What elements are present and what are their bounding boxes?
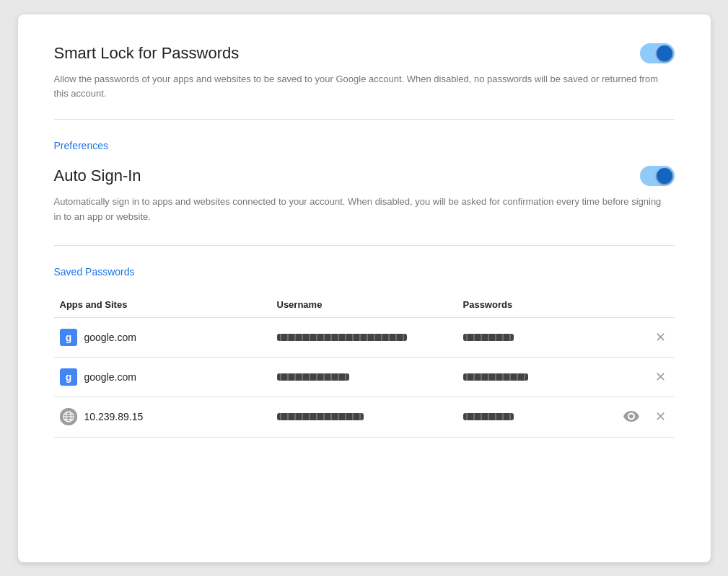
col-header-passwords: Passwords [457, 292, 613, 318]
delete-password-button[interactable]: ✕ [652, 368, 669, 386]
smart-lock-row: Smart Lock for Passwords [54, 43, 675, 63]
action-cell: ✕ [618, 328, 669, 347]
site-cell: 10.239.89.15 [60, 408, 266, 425]
preferences-section: Preferences Auto Sign-In Automatically s… [54, 140, 675, 246]
username-redacted [277, 334, 407, 341]
smart-lock-section: Smart Lock for Passwords Allow the passw… [54, 43, 675, 120]
smart-lock-description: Allow the passwords of your apps and web… [54, 72, 667, 102]
password-redacted [463, 373, 528, 381]
svg-text:g: g [65, 332, 71, 343]
google-icon: g [60, 329, 77, 346]
passwords-table: Apps and Sites Username Passwords g goog… [54, 292, 675, 438]
globe-icon [60, 408, 77, 425]
table-header-row: Apps and Sites Username Passwords [54, 292, 675, 318]
table-row: 10.239.89.15 ✕ [54, 396, 675, 437]
col-header-actions [613, 292, 675, 318]
site-name: 10.239.89.15 [84, 411, 144, 422]
auto-signin-slider [640, 166, 675, 186]
password-redacted [463, 334, 514, 341]
site-name: google.com [84, 332, 136, 343]
col-header-sites: Apps and Sites [54, 292, 271, 318]
settings-card: Smart Lock for Passwords Allow the passw… [18, 14, 711, 562]
show-password-button[interactable] [620, 407, 642, 427]
action-cell: ✕ [618, 407, 669, 427]
username-redacted [277, 373, 349, 381]
smart-lock-toggle[interactable] [640, 43, 675, 63]
google-icon: g [60, 368, 77, 386]
site-cell: g google.com [60, 368, 266, 386]
preferences-label: Preferences [54, 140, 675, 151]
action-cell: ✕ [618, 368, 669, 386]
table-row: g google.com✕ [54, 317, 675, 357]
site-name: google.com [84, 371, 136, 383]
saved-passwords-section: Saved Passwords Apps and Sites Username … [54, 266, 675, 438]
smart-lock-title: Smart Lock for Passwords [54, 44, 240, 63]
password-redacted [463, 413, 514, 420]
auto-signin-description: Automatically sign in to apps and websit… [54, 195, 667, 225]
col-header-username: Username [271, 292, 457, 318]
auto-signin-title: Auto Sign-In [54, 167, 141, 185]
auto-signin-row: Auto Sign-In [54, 166, 675, 186]
username-redacted [277, 413, 364, 420]
auto-signin-toggle[interactable] [640, 166, 675, 186]
table-row: g google.com✕ [54, 357, 675, 396]
saved-passwords-label: Saved Passwords [54, 266, 675, 278]
delete-password-button[interactable]: ✕ [652, 328, 669, 347]
svg-text:g: g [65, 371, 71, 383]
site-cell: g google.com [60, 329, 266, 346]
delete-password-button[interactable]: ✕ [652, 407, 669, 426]
smart-lock-slider [640, 43, 675, 63]
